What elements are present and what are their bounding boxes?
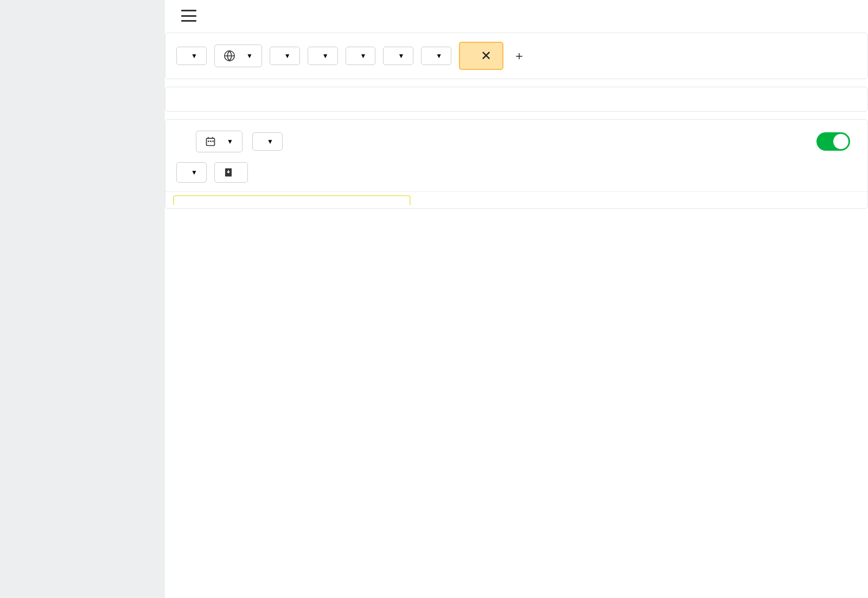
caret-down-icon: ▼ [227,138,233,145]
caret-down-icon: ▼ [398,52,404,60]
close-icon[interactable]: ✕ [477,48,495,63]
caret-down-icon: ▼ [267,138,273,145]
caret-down-icon: ▼ [284,52,291,60]
col-url[interactable] [173,195,411,205]
url-filter[interactable]: ▼ [270,47,300,65]
changes-view-picker[interactable]: ▼ [176,162,207,183]
main-content: ▼ ▼ ▼ ▼ ▼ ▼ ▼ ✕ ＋ [165,0,868,598]
caret-down-icon: ▼ [436,52,442,60]
value-filter[interactable]: ▼ [383,47,413,65]
country-filter[interactable]: ▼ [214,44,262,67]
date-picker[interactable]: ▼ [196,131,242,152]
filters-panel: ▼ ▼ ▼ ▼ ▼ ▼ ▼ ✕ ＋ [165,33,868,79]
caret-down-icon: ▼ [246,52,253,60]
sidebar [0,0,165,598]
keywords-filter[interactable]: ▼ [421,47,451,65]
page-header [165,0,868,33]
caret-down-icon: ▼ [191,52,197,60]
svg-rect-4 [212,140,214,142]
plus-icon: ＋ [513,48,525,64]
active-keyword-filter-chip[interactable]: ✕ [459,42,503,70]
svg-rect-2 [208,140,209,142]
table-header [165,191,867,208]
serp-titles-toggle-wrap [816,132,857,151]
calendar-icon [205,136,216,147]
results-panel: ▼ ▼ ▼ [165,119,868,209]
svg-rect-1 [207,138,215,145]
status-filter[interactable]: ▼ [308,47,338,65]
export-button[interactable] [214,162,248,183]
menu-toggle-icon[interactable] [181,10,196,22]
monthly-volume-filter[interactable]: ▼ [176,47,207,65]
traffic-filter[interactable]: ▼ [346,47,376,65]
performance-history-panel[interactable] [165,87,868,112]
compare-picker[interactable]: ▼ [252,132,283,151]
caret-down-icon: ▼ [191,169,197,176]
add-keyword-filters-button[interactable]: ＋ [511,43,534,68]
caret-down-icon: ▼ [322,52,329,60]
serp-titles-toggle[interactable] [816,132,850,151]
caret-down-icon: ▼ [360,52,367,60]
globe-icon [224,50,235,62]
results-toolbar: ▼ ▼ ▼ [165,120,867,191]
svg-rect-3 [210,140,212,142]
download-icon [224,168,233,177]
